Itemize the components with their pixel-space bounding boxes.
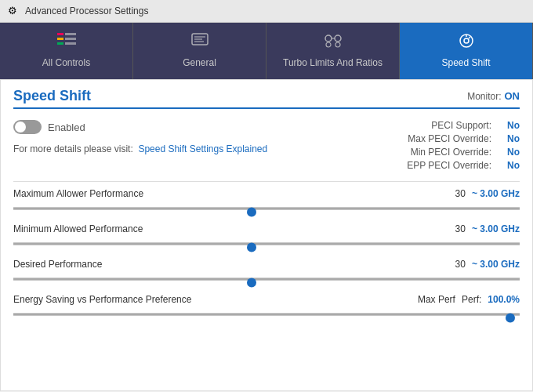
svg-rect-3 [65, 33, 76, 35]
slider-freq-2: ~ 3.00 GHz [472, 259, 520, 270]
controls-row: Enabled For more details please visit: S… [13, 120, 520, 173]
toggle-thumb [15, 122, 26, 132]
slider-num-1: 30 [455, 223, 466, 234]
peci-label-1: Max PECI Override: [408, 133, 491, 144]
slider-name-2: Desired Performance [13, 259, 102, 270]
svg-point-10 [325, 35, 332, 42]
svg-point-16 [464, 38, 469, 43]
peci-label-2: Min PECI Override: [411, 147, 491, 158]
slider-input-0[interactable] [13, 208, 520, 210]
tab-turbo-limits-label: Turbo Limits And Ratios [283, 57, 383, 68]
slider-header-1: Minimum Allowed Performance 30 ~ 3.00 GH… [13, 223, 520, 234]
tab-all-controls[interactable]: All Controls [0, 23, 133, 79]
tab-all-controls-label: All Controls [42, 57, 90, 68]
page-header: Speed Shift Monitor: ON [13, 88, 520, 109]
energy-row-header: Energy Saving vs Performance Preference … [13, 294, 520, 305]
divider-1 [13, 181, 520, 182]
monitor-status: ON [505, 90, 520, 102]
sliders-section: Maximum Allower Performance 30 ~ 3.00 GH… [13, 188, 520, 321]
peci-value-1: No [496, 133, 520, 144]
slider-values-2: 30 ~ 3.00 GHz [455, 259, 520, 270]
all-controls-icon [57, 33, 76, 53]
general-icon [191, 33, 208, 53]
energy-name: Energy Saving vs Performance Preference [13, 294, 191, 305]
slider-input-1[interactable] [13, 243, 520, 245]
title-bar-text: Advanced Processor Settings [25, 5, 148, 16]
title-bar: ⚙ Advanced Processor Settings [0, 0, 533, 23]
slider-values-0: 30 ~ 3.00 GHz [455, 188, 520, 199]
svg-rect-1 [57, 38, 63, 40]
main-content: Speed Shift Monitor: ON Enabled For more… [0, 79, 533, 391]
peci-panel: PECI Support: No Max PECI Override: No M… [363, 120, 520, 173]
svg-point-11 [335, 35, 341, 42]
slider-freq-0: ~ 3.00 GHz [472, 188, 520, 199]
slider-num-2: 30 [455, 259, 466, 270]
peci-label-0: PECI Support: [431, 120, 491, 131]
tab-bar: All Controls General Turbo Limits And Ra… [0, 23, 533, 79]
svg-point-13 [335, 42, 340, 47]
svg-point-12 [326, 42, 331, 47]
slider-header-2: Desired Performance 30 ~ 3.00 GHz [13, 259, 520, 270]
energy-right-label: Perf: [462, 294, 481, 305]
peci-row-3: EPP PECI Override: No [363, 160, 520, 171]
tab-speed-shift-label: Speed Shift [441, 57, 490, 68]
slider-freq-1: ~ 3.00 GHz [472, 223, 520, 234]
tab-turbo-limits[interactable]: Turbo Limits And Ratios [266, 23, 400, 79]
tab-speed-shift[interactable]: Speed Shift [400, 23, 533, 79]
slider-header-0: Maximum Allower Performance 30 ~ 3.00 GH… [13, 188, 520, 199]
svg-line-18 [469, 37, 470, 38]
energy-value: 100.0% [488, 294, 520, 305]
enabled-label: Enabled [48, 122, 85, 133]
slider-container-2 [13, 272, 520, 286]
tab-general[interactable]: General [133, 23, 266, 79]
peci-row-0: PECI Support: No [363, 120, 520, 131]
slider-input-2[interactable] [13, 278, 520, 281]
slider-values-1: 30 ~ 3.00 GHz [455, 223, 520, 234]
energy-left-label: Max Perf [418, 294, 455, 305]
toggle-row: Enabled [13, 120, 363, 134]
svg-rect-5 [65, 42, 76, 45]
more-details-text: For more details please visit: [13, 143, 133, 154]
slider-num-0: 30 [455, 188, 466, 199]
turbo-limits-icon [324, 33, 343, 53]
peci-row-1: Max PECI Override: No [363, 133, 520, 144]
energy-slider-input[interactable] [13, 314, 520, 316]
left-panel: Enabled For more details please visit: S… [13, 120, 363, 158]
monitor-label: Monitor: [467, 91, 501, 102]
settings-link[interactable]: Speed Shift Settings Explained [138, 143, 267, 154]
slider-name-1: Minimum Allowed Performance [13, 223, 143, 234]
peci-value-2: No [496, 147, 520, 158]
tab-general-label: General [183, 57, 216, 68]
enabled-toggle[interactable] [13, 120, 42, 134]
speed-shift-icon [458, 33, 475, 53]
svg-rect-4 [65, 38, 76, 40]
energy-slider-container [13, 307, 520, 321]
page-title: Speed Shift [13, 88, 91, 104]
svg-rect-2 [57, 42, 63, 45]
svg-rect-0 [57, 33, 63, 35]
peci-value-0: No [496, 120, 520, 131]
slider-container-1 [13, 237, 520, 251]
slider-name-0: Maximum Allower Performance [13, 188, 143, 199]
peci-row-2: Min PECI Override: No [363, 147, 520, 158]
energy-values: Max Perf Perf: 100.0% [418, 294, 520, 305]
app-icon: ⚙ [8, 5, 20, 17]
peci-value-3: No [496, 160, 520, 171]
more-details-row: For more details please visit: Speed Shi… [13, 143, 363, 154]
slider-container-0 [13, 201, 520, 216]
peci-label-3: EPP PECI Override: [407, 160, 491, 171]
